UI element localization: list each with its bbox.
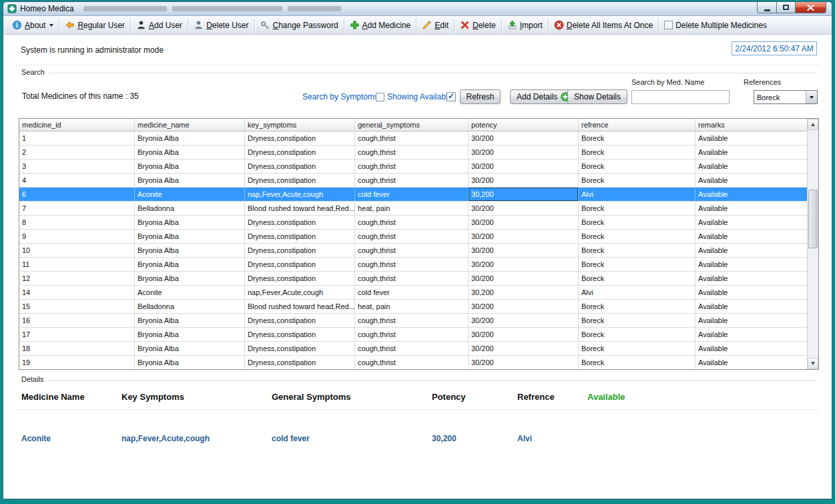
delete-multiple-checkbox[interactable] [664, 21, 673, 29]
cell-name[interactable]: Bryonia Alba [135, 174, 245, 187]
table-row[interactable]: 12Bryonia AlbaDryness,constipationcough,… [19, 272, 807, 286]
cell-general_symptoms[interactable]: cough,thrist [355, 160, 469, 173]
cell-general_symptoms[interactable]: cough,thrist [355, 342, 469, 355]
cell-remarks[interactable]: Available [695, 300, 807, 313]
cell-remarks[interactable]: Available [695, 328, 807, 341]
cell-remarks[interactable]: Available [695, 258, 807, 271]
cell-general_symptoms[interactable]: cough,thrist [355, 230, 469, 243]
cell-name[interactable]: Bryonia Alba [135, 356, 245, 369]
cell-key_symptoms[interactable]: Blood rushed toward head,Red... [245, 202, 355, 215]
cell-remarks[interactable]: Available [695, 132, 807, 145]
cell-id[interactable]: 1 [19, 132, 135, 145]
cell-id[interactable]: 7 [19, 202, 135, 215]
cell-refrence[interactable]: Boreck [579, 174, 695, 187]
cell-general_symptoms[interactable]: cold fever [355, 286, 469, 299]
cell-remarks[interactable]: Available [695, 272, 807, 285]
search-by-symptoms-link[interactable]: Search by Symptoms [302, 92, 378, 101]
cell-potency[interactable]: 30/200 [469, 202, 579, 215]
cell-remarks[interactable]: Available [695, 160, 807, 173]
cell-refrence[interactable]: Boreck [579, 230, 695, 243]
cell-id[interactable]: 19 [19, 356, 135, 369]
cell-key_symptoms[interactable]: Dryness,constipation [245, 342, 355, 355]
cell-name[interactable]: Bryonia Alba [135, 160, 245, 173]
scroll-down-button[interactable] [808, 358, 818, 369]
cell-key_symptoms[interactable]: Dryness,constipation [245, 230, 355, 243]
cell-general_symptoms[interactable]: cough,thrist [355, 216, 469, 229]
cell-general_symptoms[interactable]: cough,thrist [355, 146, 469, 159]
cell-remarks[interactable]: Available [695, 146, 807, 159]
toolbar-item-regular-user[interactable]: Regular User [61, 18, 128, 32]
toolbar-item-about[interactable]: About [9, 18, 57, 32]
toolbar-item-delete-all[interactable]: Delete All Items At Once [551, 18, 656, 32]
cell-id[interactable]: 15 [19, 300, 135, 313]
cell-remarks[interactable]: Available [695, 286, 807, 299]
cell-name[interactable]: Bryonia Alba [135, 328, 245, 341]
cell-key_symptoms[interactable]: Dryness,constipation [245, 258, 355, 271]
column-header-name[interactable]: medicine_name [135, 119, 245, 131]
chevron-down-icon[interactable] [806, 91, 817, 103]
cell-id[interactable]: 10 [19, 244, 135, 257]
cell-refrence[interactable]: Boreck [579, 160, 695, 173]
cell-potency[interactable]: 30/200 [469, 216, 579, 229]
table-row[interactable]: 11Bryonia AlbaDryness,constipationcough,… [19, 258, 807, 272]
table-row[interactable]: 10Bryonia AlbaDryness,constipationcough,… [19, 244, 807, 258]
cell-refrence[interactable]: Boreck [579, 314, 695, 327]
refresh-button[interactable]: Refresh [460, 89, 501, 104]
cell-name[interactable]: Bryonia Alba [135, 272, 245, 285]
scroll-thumb[interactable] [808, 190, 818, 248]
cell-potency[interactable]: 30/200 [469, 356, 579, 369]
column-header-refrence[interactable]: refrence [579, 119, 695, 131]
cell-general_symptoms[interactable]: cough,thrist [355, 132, 469, 145]
cell-potency[interactable]: 30/200 [469, 272, 579, 285]
cell-general_symptoms[interactable]: cough,thrist [355, 272, 469, 285]
title-bar[interactable]: Homeo Medica [3, 2, 832, 16]
cell-refrence[interactable]: Boreck [579, 216, 695, 229]
table-row[interactable]: 15BelladonnaBlood rushed toward head,Red… [19, 300, 807, 314]
column-header-potency[interactable]: potency [469, 119, 579, 131]
table-row[interactable]: 8Bryonia AlbaDryness,constipationcough,t… [19, 216, 807, 230]
cell-general_symptoms[interactable]: cough,thrist [355, 258, 469, 271]
cell-potency[interactable]: 30/200 [469, 146, 579, 159]
cell-refrence[interactable]: Boreck [579, 300, 695, 313]
cell-key_symptoms[interactable]: Dryness,constipation [245, 132, 355, 145]
cell-general_symptoms[interactable]: cold fever [355, 188, 469, 201]
vertical-scrollbar[interactable] [807, 119, 818, 369]
table-row[interactable]: 7BelladonnaBlood rushed toward head,Red.… [19, 202, 807, 216]
cell-key_symptoms[interactable]: Dryness,constipation [245, 272, 355, 285]
table-row[interactable]: 1Bryonia AlbaDryness,constipationcough,t… [19, 132, 807, 146]
cell-id[interactable]: 12 [19, 272, 135, 285]
cell-refrence[interactable]: Boreck [579, 132, 695, 145]
cell-general_symptoms[interactable]: heat, pain [355, 300, 469, 313]
cell-potency[interactable]: 30/200 [469, 244, 579, 257]
cell-name[interactable]: Bryonia Alba [135, 244, 245, 257]
cell-key_symptoms[interactable]: Dryness,constipation [245, 328, 355, 341]
cell-name[interactable]: Bryonia Alba [135, 314, 245, 327]
show-details-button[interactable]: Show Details [567, 89, 627, 104]
cell-key_symptoms[interactable]: Dryness,constipation [245, 244, 355, 257]
table-row[interactable]: 6Aconitenap,Fever,Acute,coughcold fever3… [19, 188, 807, 202]
showing-available-checkbox[interactable] [376, 93, 384, 101]
cell-remarks[interactable]: Available [695, 356, 807, 369]
cell-remarks[interactable]: Available [695, 342, 807, 355]
cell-general_symptoms[interactable]: cough,thrist [355, 314, 469, 327]
cell-name[interactable]: Bryonia Alba [135, 146, 245, 159]
cell-potency[interactable]: 30/200 [469, 314, 579, 327]
cell-general_symptoms[interactable]: cough,thrist [355, 174, 469, 187]
cell-potency[interactable]: 30/200 [469, 230, 579, 243]
column-header-general_symptoms[interactable]: general_symptoms [355, 119, 469, 131]
cell-refrence[interactable]: Boreck [579, 328, 695, 341]
cell-remarks[interactable]: Available [695, 230, 807, 243]
cell-name[interactable]: Bryonia Alba [135, 230, 245, 243]
table-row[interactable]: 14Aconitenap,Fever,Acute,coughcold fever… [19, 286, 807, 300]
cell-id[interactable]: 8 [19, 216, 135, 229]
cell-id[interactable]: 6 [19, 188, 135, 201]
cell-key_symptoms[interactable]: nap,Fever,Acute,cough [245, 188, 355, 201]
cell-refrence[interactable]: Alvi [579, 286, 695, 299]
cell-potency[interactable]: 30/200 [469, 174, 579, 187]
cell-id[interactable]: 2 [19, 146, 135, 159]
toolbar-item-delete-user[interactable]: Delete User [190, 18, 252, 32]
column-header-remarks[interactable]: remarks [695, 119, 807, 131]
toolbar-item-add-user[interactable]: Add User [133, 18, 186, 32]
cell-remarks[interactable]: Available [695, 174, 807, 187]
table-row[interactable]: 17Bryonia AlbaDryness,constipationcough,… [19, 328, 807, 342]
